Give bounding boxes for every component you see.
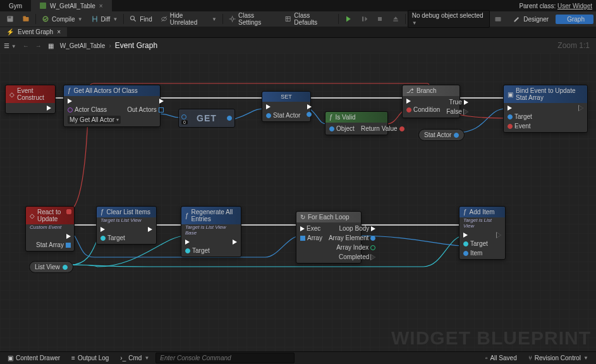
designer-mode-button[interactable]: Designer	[507, 13, 555, 25]
close-icon[interactable]: ×	[99, 3, 103, 9]
var-out-pin[interactable]	[63, 265, 68, 270]
completed-pin[interactable]: Completed	[329, 253, 375, 260]
true-pin[interactable]: True	[446, 99, 468, 106]
graph-switch-icon[interactable]: ▦	[48, 42, 54, 49]
object-pin[interactable]: Object	[329, 125, 355, 132]
item-pin[interactable]: Item	[463, 250, 488, 257]
false-pin[interactable]: False	[446, 108, 468, 115]
eject-button[interactable]	[388, 13, 403, 25]
actor-class-value[interactable]: My Get All Actor ▾	[68, 116, 121, 124]
array-element-pin[interactable]: Array Element	[329, 234, 375, 241]
index-pin[interactable]: 0	[181, 120, 188, 124]
stat-array-pin[interactable]: Stat Array	[36, 241, 71, 248]
svg-rect-8	[286, 16, 290, 21]
exec-in-pin[interactable]	[100, 227, 125, 232]
revision-control-button[interactable]: ⑂Revision Control▼	[523, 353, 593, 363]
class-defaults-button[interactable]: Class Defaults	[281, 13, 336, 25]
event-pin[interactable]: Event	[508, 123, 532, 130]
play-button[interactable]	[341, 13, 356, 25]
pause-button[interactable]	[356, 13, 372, 25]
node-branch[interactable]: ⎇Branch Condition True False	[402, 85, 460, 118]
node-bind-event[interactable]: ▣Bind Event to Update Stat Array Target …	[503, 85, 588, 133]
debug-object-dropdown[interactable]: No debug object selected ▼	[408, 10, 490, 28]
output-log-button[interactable]: ≡Output Log	[66, 353, 114, 363]
exec-out-pin[interactable]	[579, 106, 583, 111]
variable-stat-actor[interactable]: Stat Actor	[418, 129, 465, 141]
exec-in-pin[interactable]	[266, 104, 300, 109]
graph-mode-button[interactable]: Graph	[556, 15, 593, 24]
actor-class-pin[interactable]: Actor Class	[68, 106, 121, 113]
parent-class-link[interactable]: User Widget	[557, 3, 592, 9]
graph-canvas[interactable]: ◇Event Construct ƒGet All Actors Of Clas…	[0, 53, 596, 351]
node-array-get[interactable]: 0 GET	[178, 109, 235, 128]
find-button[interactable]: Find	[126, 13, 155, 25]
diff-button[interactable]: Diff▼	[87, 13, 122, 25]
save-status[interactable]: ▫All Saved	[480, 353, 522, 363]
target-pin[interactable]: Target	[463, 240, 488, 247]
save-button[interactable]	[3, 13, 18, 25]
exec-in-pin[interactable]	[508, 106, 532, 111]
class-settings-button[interactable]: Class Settings	[225, 13, 280, 25]
svg-rect-12	[496, 17, 501, 21]
condition-pin[interactable]: Condition	[406, 106, 440, 113]
exec-out-pin[interactable]	[497, 233, 501, 238]
exec-out-pin[interactable]	[307, 104, 312, 109]
node-add-item[interactable]: ƒAdd Item Target is List View Target Ite…	[459, 206, 506, 260]
tab-asset[interactable]: W_GetAll_Table ×	[31, 0, 112, 11]
breadcrumb-graph[interactable]: Event Graph	[115, 41, 157, 50]
node-react-to-update[interactable]: ◇React to Update Custom Event Stat Array	[25, 206, 75, 252]
close-icon[interactable]: ×	[57, 28, 61, 35]
loop-body-pin[interactable]: Loop Body	[329, 225, 375, 232]
node-title: ◇Event Construct	[6, 85, 55, 103]
node-clear-list-items[interactable]: ƒClear List Items Target is List View Ta…	[96, 206, 157, 245]
tab-gym[interactable]: Gym	[0, 0, 31, 11]
var-out-pin[interactable]	[454, 133, 459, 138]
nav-back-button[interactable]: ←	[23, 42, 29, 49]
variable-list-view[interactable]: List View	[29, 261, 73, 273]
console-input[interactable]	[155, 353, 295, 363]
stop-button[interactable]	[372, 13, 387, 25]
node-for-each-loop[interactable]: ↻For Each Loop Exec Array Loop Body Arra…	[296, 211, 362, 264]
exec-out-pin[interactable]	[148, 227, 152, 232]
node-title: ▣Bind Event to Update Stat Array	[504, 85, 587, 103]
exec-out-pin[interactable]	[127, 99, 164, 104]
exec-in-pin[interactable]	[463, 233, 488, 238]
return-pin[interactable]: Return Value	[361, 125, 404, 132]
hide-unrelated-button[interactable]: Hide Unrelated▼	[157, 13, 221, 25]
target-pin[interactable]: Target	[508, 113, 532, 120]
node-set-stat-actor[interactable]: SET Stat Actor	[262, 91, 311, 122]
out-actors-pin[interactable]: Out Actors	[127, 106, 164, 113]
content-drawer-button[interactable]: ▣Content Drawer	[3, 353, 65, 363]
exec-in-pin[interactable]: Exec	[300, 225, 322, 232]
node-regenerate-entries[interactable]: ƒRegenerate All Entries Target is List V…	[181, 206, 241, 257]
delegate-pin[interactable]	[66, 209, 71, 214]
exec-out-pin[interactable]	[47, 106, 51, 111]
node-get-all-actors[interactable]: ƒGet All Actors Of Class Actor Class My …	[63, 85, 161, 127]
exec-in-pin[interactable]	[68, 99, 121, 104]
element-out-pin[interactable]	[227, 116, 232, 121]
target-pin[interactable]: Target	[100, 234, 125, 241]
exec-in-pin[interactable]	[406, 99, 440, 104]
tab-label: W_GetAll_Table	[50, 3, 95, 9]
array-pin[interactable]: Array	[300, 234, 322, 241]
array-in-pin[interactable]	[181, 114, 186, 119]
event-graph-tab[interactable]: ⚡ Event Graph ×	[0, 27, 67, 37]
array-index-pin[interactable]: Array Index	[329, 244, 375, 251]
nav-forward-button[interactable]: →	[35, 42, 42, 49]
compile-button[interactable]: Compile▼	[38, 13, 87, 25]
exec-out-pin[interactable]	[233, 240, 237, 245]
value-in-pin[interactable]: Stat Actor	[266, 112, 300, 119]
browse-button[interactable]	[18, 13, 33, 25]
node-title: ƒIs Valid	[325, 112, 387, 123]
nav-menu-icon[interactable]: ☰ ▼	[4, 42, 16, 49]
node-subtitle: Custom Event	[26, 224, 74, 231]
target-pin[interactable]: Target	[185, 247, 210, 254]
exec-out-pin[interactable]	[36, 234, 71, 239]
svg-rect-3	[23, 16, 27, 18]
node-is-valid[interactable]: ƒIs Valid Object Return Value	[325, 111, 388, 135]
breadcrumb-asset[interactable]: W_GetAll_Table	[60, 42, 106, 49]
node-event-construct[interactable]: ◇Event Construct	[5, 85, 56, 114]
value-out-pin[interactable]	[307, 112, 312, 117]
find-instance-button[interactable]	[490, 13, 506, 25]
exec-in-pin[interactable]	[185, 240, 210, 245]
